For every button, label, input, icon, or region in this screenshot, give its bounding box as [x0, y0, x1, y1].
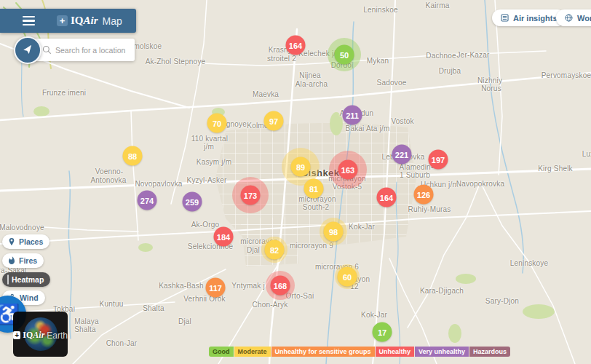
legend-item: Moderate	[234, 347, 271, 357]
aqi-marker[interactable]: 126	[414, 185, 434, 205]
aqi-marker[interactable]: 82	[265, 240, 285, 260]
aqi-marker[interactable]: 163	[338, 160, 358, 180]
aqi-marker[interactable]: 173	[241, 186, 261, 205]
send-location-icon	[21, 44, 35, 58]
iqair-earth-widget[interactable]: + IQAir Earth	[13, 312, 68, 357]
legend-item: Hazardous	[469, 347, 510, 357]
aqi-marker[interactable]: 259	[183, 192, 202, 212]
aqi-marker[interactable]: 88	[123, 146, 143, 166]
insights-list-icon	[500, 13, 509, 23]
aqi-marker[interactable]: 197	[429, 150, 448, 170]
aqi-marker[interactable]: 98	[324, 222, 344, 242]
layer-toggle-fires[interactable]: Fires	[2, 253, 44, 268]
globe-icon	[564, 13, 574, 23]
app-header: + IQAir Map	[0, 9, 136, 33]
menu-button[interactable]	[23, 16, 35, 25]
aqi-marker[interactable]: 81	[304, 179, 324, 199]
locate-me-button[interactable]	[14, 36, 41, 64]
world-label: World a	[577, 14, 591, 23]
search-icon	[41, 44, 52, 55]
aqi-marker[interactable]: 89	[291, 157, 311, 177]
legend-item: Good	[209, 347, 234, 357]
world-air-quality-button[interactable]: World a	[556, 9, 591, 26]
product-name: Map	[103, 15, 122, 27]
aqi-marker[interactable]: 50	[335, 45, 354, 65]
search-input[interactable]	[54, 45, 130, 55]
aqi-marker[interactable]: 60	[338, 267, 357, 287]
aqi-marker[interactable]: 164	[377, 188, 397, 207]
aqi-legend: GoodModerateUnhealthy for sensitive grou…	[209, 347, 510, 357]
aqi-marker[interactable]: 117	[206, 278, 226, 298]
iqair-logo[interactable]: + IQAir Map	[57, 15, 122, 27]
plus-square-icon: +	[57, 15, 68, 26]
aqi-marker[interactable]: 164	[286, 36, 306, 55]
aqi-marker[interactable]: 97	[264, 111, 284, 131]
layer-label: Wind	[20, 293, 39, 302]
air-insights-button[interactable]: Air insights	[492, 9, 566, 26]
aqi-marker[interactable]: 184	[214, 227, 234, 247]
aqi-marker[interactable]: 211	[343, 106, 362, 125]
layer-toggle-heatmap[interactable]: Heatmap	[2, 272, 50, 287]
aqi-marker[interactable]: 17	[373, 323, 392, 342]
layer-label: Places	[19, 237, 43, 246]
earth-brand-text: IQAir	[23, 330, 44, 341]
legend-item: Unhealthy	[376, 347, 415, 357]
iqair-map-app: LeninskoeKairmaomolskoeAk-Zhol StepnoyeD…	[0, 0, 591, 364]
legend-item: Very unhealthy	[415, 347, 469, 357]
earth-product-name: Earth	[47, 331, 68, 341]
flame-icon	[7, 256, 16, 265]
pin-icon	[7, 237, 16, 246]
legend-item: Unhealthy for sensitive groups	[271, 347, 375, 357]
brand-text: IQAir	[71, 15, 98, 27]
aqi-marker[interactable]: 70	[207, 114, 227, 133]
aqi-marker[interactable]: 221	[392, 145, 412, 165]
layer-toggle-places[interactable]: Places	[2, 234, 49, 249]
aqi-marker[interactable]: 274	[138, 191, 157, 210]
heatmap-icon	[7, 275, 9, 284]
air-insights-label: Air insights	[513, 14, 558, 23]
layer-label: Heatmap	[12, 275, 44, 284]
plus-square-icon: +	[13, 331, 20, 339]
aqi-marker[interactable]: 168	[271, 276, 290, 296]
layer-label: Fires	[19, 256, 37, 265]
